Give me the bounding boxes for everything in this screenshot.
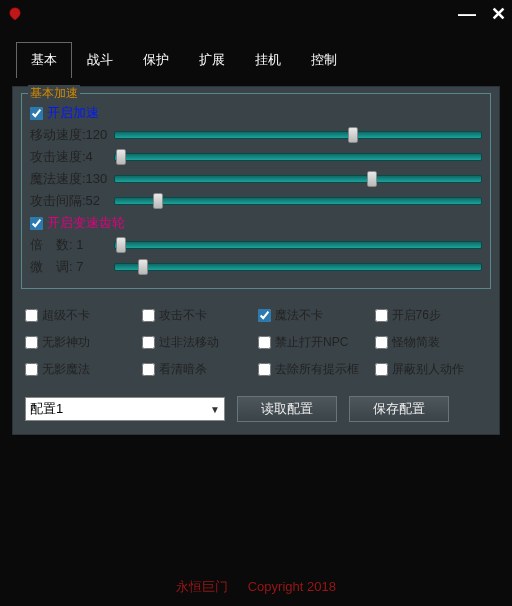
slider-row-atkint: 攻击间隔:52 [30,192,482,210]
app-window: — ✕ 基本战斗保护扩展挂机控制 基本加速 开启加速 移动速度:120攻击速度:… [0,0,512,606]
titlebar: — ✕ [0,0,512,28]
speed-group-legend: 基本加速 [28,85,80,102]
slider-label-atkint: 攻击间隔:52 [30,192,108,210]
option-10[interactable]: 去除所有提示框 [258,361,371,378]
main-panel: 基本加速 开启加速 移动速度:120攻击速度:4魔法速度:130攻击间隔:52 … [12,86,500,435]
tab-4[interactable]: 挂机 [240,42,296,78]
option-8[interactable]: 无影魔法 [25,361,138,378]
slider-label-fine: 微 调: 7 [30,258,108,276]
option-checkbox-2[interactable] [258,309,271,322]
tab-0[interactable]: 基本 [16,42,72,78]
option-1[interactable]: 攻击不卡 [142,307,255,324]
footer-brand: 永恒巨门 [176,579,228,594]
option-label-6: 禁止打开NPC [275,334,348,351]
slider-row-attack: 攻击速度:4 [30,148,482,166]
config-row: 配置1 ▼ 读取配置 保存配置 [21,388,491,424]
enable-gear-checkbox[interactable] [30,217,43,230]
option-checkbox-10[interactable] [258,363,271,376]
dropdown-arrow-icon: ▼ [210,404,220,415]
tab-5[interactable]: 控制 [296,42,352,78]
option-checkbox-7[interactable] [375,336,388,349]
option-label-10: 去除所有提示框 [275,361,359,378]
option-checkbox-0[interactable] [25,309,38,322]
option-checkbox-4[interactable] [25,336,38,349]
option-checkbox-5[interactable] [142,336,155,349]
slider-fine[interactable] [114,260,482,274]
option-3[interactable]: 开启76步 [375,307,488,324]
slider-label-mult: 倍 数: 1 [30,236,108,254]
slider-thumb-atkint[interactable] [153,193,163,209]
slider-atkint[interactable] [114,194,482,208]
option-4[interactable]: 无影神功 [25,334,138,351]
config-select[interactable]: 配置1 ▼ [25,397,225,421]
option-checkbox-6[interactable] [258,336,271,349]
option-label-9: 看清暗杀 [159,361,207,378]
option-label-3: 开启76步 [392,307,441,324]
footer: 永恒巨门 Copyright 2018 [0,578,512,596]
option-11[interactable]: 屏蔽别人动作 [375,361,488,378]
option-label-8: 无影魔法 [42,361,90,378]
slider-thumb-fine[interactable] [138,259,148,275]
speed-group: 基本加速 开启加速 移动速度:120攻击速度:4魔法速度:130攻击间隔:52 … [21,93,491,289]
slider-thumb-mult[interactable] [116,237,126,253]
tab-2[interactable]: 保护 [128,42,184,78]
option-9[interactable]: 看清暗杀 [142,361,255,378]
option-checkbox-8[interactable] [25,363,38,376]
option-7[interactable]: 怪物简装 [375,334,488,351]
option-checkbox-11[interactable] [375,363,388,376]
enable-gear-row: 开启变速齿轮 [30,214,482,232]
config-select-value: 配置1 [30,400,63,418]
tab-bar: 基本战斗保护扩展挂机控制 [0,28,512,78]
slider-row-move: 移动速度:120 [30,126,482,144]
tab-3[interactable]: 扩展 [184,42,240,78]
slider-magic[interactable] [114,172,482,186]
option-label-7: 怪物简装 [392,334,440,351]
option-label-0: 超级不卡 [42,307,90,324]
option-5[interactable]: 过非法移动 [142,334,255,351]
minimize-button[interactable]: — [458,5,474,23]
slider-row-fine: 微 调: 7 [30,258,482,276]
option-checkbox-3[interactable] [375,309,388,322]
window-controls: — ✕ [458,5,506,23]
option-label-5: 过非法移动 [159,334,219,351]
close-button[interactable]: ✕ [490,5,506,23]
slider-row-magic: 魔法速度:130 [30,170,482,188]
option-2[interactable]: 魔法不卡 [258,307,371,324]
app-logo-icon [6,5,24,23]
slider-label-move: 移动速度:120 [30,126,108,144]
save-config-button[interactable]: 保存配置 [349,396,449,422]
slider-mult[interactable] [114,238,482,252]
option-checkbox-9[interactable] [142,363,155,376]
enable-speed-checkbox[interactable] [30,107,43,120]
slider-attack[interactable] [114,150,482,164]
tab-1[interactable]: 战斗 [72,42,128,78]
enable-speed-label: 开启加速 [47,104,99,122]
slider-thumb-move[interactable] [348,127,358,143]
slider-row-mult: 倍 数: 1 [30,236,482,254]
slider-label-magic: 魔法速度:130 [30,170,108,188]
option-label-1: 攻击不卡 [159,307,207,324]
slider-thumb-attack[interactable] [116,149,126,165]
option-label-4: 无影神功 [42,334,90,351]
option-checkbox-1[interactable] [142,309,155,322]
slider-thumb-magic[interactable] [367,171,377,187]
footer-copyright: Copyright 2018 [248,579,336,594]
load-config-button[interactable]: 读取配置 [237,396,337,422]
slider-move[interactable] [114,128,482,142]
option-0[interactable]: 超级不卡 [25,307,138,324]
enable-speed-row: 开启加速 [30,104,482,122]
enable-gear-label: 开启变速齿轮 [47,214,125,232]
option-label-11: 屏蔽别人动作 [392,361,464,378]
options-grid: 超级不卡攻击不卡魔法不卡开启76步无影神功过非法移动禁止打开NPC怪物简装无影魔… [21,297,491,388]
slider-label-attack: 攻击速度:4 [30,148,108,166]
option-6[interactable]: 禁止打开NPC [258,334,371,351]
option-label-2: 魔法不卡 [275,307,323,324]
